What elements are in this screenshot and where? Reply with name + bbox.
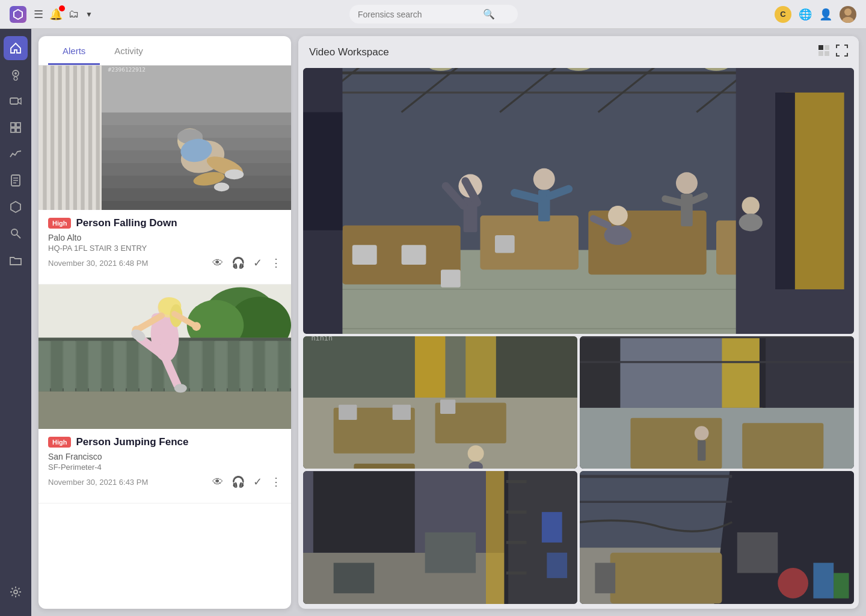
search-bar[interactable]: 🔍 <box>349 5 518 23</box>
severity-badge-1: High <box>48 218 71 229</box>
svg-point-2 <box>842 17 854 23</box>
svg-line-135 <box>693 196 705 201</box>
hamburger-icon[interactable]: ☰ <box>34 8 43 21</box>
app-logo[interactable] <box>10 6 26 23</box>
alert-image-2 <box>38 285 291 429</box>
svg-rect-68 <box>190 341 201 392</box>
search-input[interactable] <box>358 10 478 19</box>
svg-rect-37 <box>102 188 291 201</box>
sidebar-item-settings[interactable] <box>4 580 28 604</box>
alerts-list: #2396122912 High Person Falling Down Pal… <box>38 66 291 609</box>
sidebar-item-camera[interactable] <box>4 89 28 113</box>
view-icon-1[interactable]: 👁 <box>212 257 223 270</box>
svg-rect-74 <box>266 341 277 392</box>
svg-marker-16 <box>11 202 20 212</box>
user-avatar-photo[interactable] <box>840 6 856 23</box>
sidebar-item-location[interactable] <box>4 63 28 87</box>
headset-icon-1[interactable]: 🎧 <box>232 256 245 270</box>
checkmark-icon-1[interactable]: ✓ <box>253 256 262 270</box>
topbar: ☰ 🔔 🗂 ▼ 🔍 C 🌐 👤 <box>0 0 866 29</box>
video-cell-ll[interactable] <box>303 471 577 604</box>
svg-rect-91 <box>825 45 829 50</box>
svg-point-132 <box>676 172 698 194</box>
sidebar-item-analytics[interactable] <box>4 142 28 166</box>
svg-rect-6 <box>10 98 18 104</box>
svg-point-129 <box>608 206 628 226</box>
dropdown-arrow-icon[interactable]: ▼ <box>85 10 93 19</box>
notification-icon[interactable]: 🔔 <box>49 8 63 21</box>
tab-activity[interactable]: Activity <box>100 36 158 65</box>
alert-timestamp-1: November 30, 2021 6:48 PM <box>48 259 148 268</box>
video-cell-main[interactable]: 07:21:14:25 <box>303 68 854 334</box>
view-icon-2[interactable]: 👁 <box>212 476 223 488</box>
severity-badge-2: High <box>48 437 71 448</box>
svg-rect-63 <box>127 341 138 392</box>
svg-rect-70 <box>215 341 227 392</box>
svg-rect-71 <box>228 341 239 392</box>
user-avatar-c[interactable]: C <box>775 6 791 23</box>
svg-rect-183 <box>547 553 567 578</box>
svg-rect-190 <box>737 532 778 573</box>
globe-icon[interactable]: 🌐 <box>799 8 812 21</box>
svg-rect-11 <box>16 128 20 132</box>
more-icon-2[interactable]: ⋮ <box>271 475 281 488</box>
headset-icon-2[interactable]: 🎧 <box>232 475 245 488</box>
svg-marker-3 <box>11 43 20 53</box>
svg-rect-69 <box>203 341 214 392</box>
svg-point-45 <box>225 170 244 180</box>
checkmark-icon-2[interactable]: ✓ <box>253 475 262 488</box>
svg-point-151 <box>468 445 484 461</box>
alert-location-2: San Francisco <box>48 452 281 461</box>
svg-rect-62 <box>114 341 126 392</box>
svg-rect-182 <box>542 512 562 543</box>
svg-rect-76 <box>38 392 291 429</box>
svg-line-18 <box>17 235 20 238</box>
svg-point-46 <box>214 183 229 192</box>
svg-rect-189 <box>595 563 615 594</box>
svg-rect-176 <box>334 563 375 594</box>
content-area: Alerts Activity <box>31 29 866 616</box>
alert-location-1: Palo Alto <box>48 233 281 242</box>
svg-rect-57 <box>51 341 63 392</box>
grid-view-icon[interactable] <box>818 45 830 60</box>
alert-actions-2: 👁 🎧 ✓ ⋮ <box>212 475 281 488</box>
more-icon-1[interactable]: ⋮ <box>271 256 281 270</box>
alert-info-1: High Person Falling Down Palo Alto HQ-PA… <box>38 210 291 274</box>
svg-line-134 <box>665 199 681 203</box>
svg-rect-147 <box>415 336 446 398</box>
folder-icon[interactable]: 🗂 <box>69 8 79 20</box>
video-panel: Video Workspace <box>298 36 859 609</box>
alert-title-2: Person Jumping Fence <box>76 436 188 448</box>
svg-rect-117 <box>303 112 342 230</box>
svg-rect-38 <box>102 201 291 210</box>
sidebar-item-grid[interactable] <box>4 116 28 140</box>
video-cell-lr[interactable] <box>580 471 854 604</box>
svg-rect-116 <box>775 93 795 289</box>
svg-point-85 <box>192 322 201 331</box>
video-header-controls <box>818 45 848 60</box>
fullscreen-icon[interactable] <box>836 45 848 60</box>
video-grid: 07:21:14:25 <box>298 68 859 609</box>
video-cell-bl[interactable]: 07:21:14:25 ninin <box>303 336 577 469</box>
topbar-left-icons: ☰ 🔔 🗂 ▼ <box>34 8 93 21</box>
sidebar-item-reports[interactable] <box>4 168 28 192</box>
svg-point-137 <box>739 214 763 231</box>
sidebar-item-hexagon[interactable] <box>4 195 28 219</box>
svg-rect-31 <box>102 112 291 125</box>
sidebar-item-search[interactable] <box>4 221 28 245</box>
svg-rect-146 <box>440 399 455 414</box>
sidebar-item-folder[interactable] <box>4 248 28 272</box>
svg-rect-109 <box>352 245 377 265</box>
svg-rect-193 <box>834 573 849 599</box>
users-icon[interactable]: 👤 <box>819 8 832 21</box>
alert-info-2: High Person Jumping Fence San Francisco … <box>38 429 291 493</box>
alert-title-row-2: High Person Jumping Fence <box>48 436 281 448</box>
tabs-header: Alerts Activity <box>38 36 291 66</box>
svg-rect-9 <box>16 123 20 127</box>
svg-rect-93 <box>825 51 829 56</box>
video-cell-br[interactable]: 07:21:14:25 <box>580 336 854 469</box>
svg-rect-145 <box>393 404 411 419</box>
tab-alerts[interactable]: Alerts <box>48 36 100 65</box>
svg-point-164 <box>695 426 709 440</box>
sidebar-item-home[interactable] <box>4 36 28 60</box>
